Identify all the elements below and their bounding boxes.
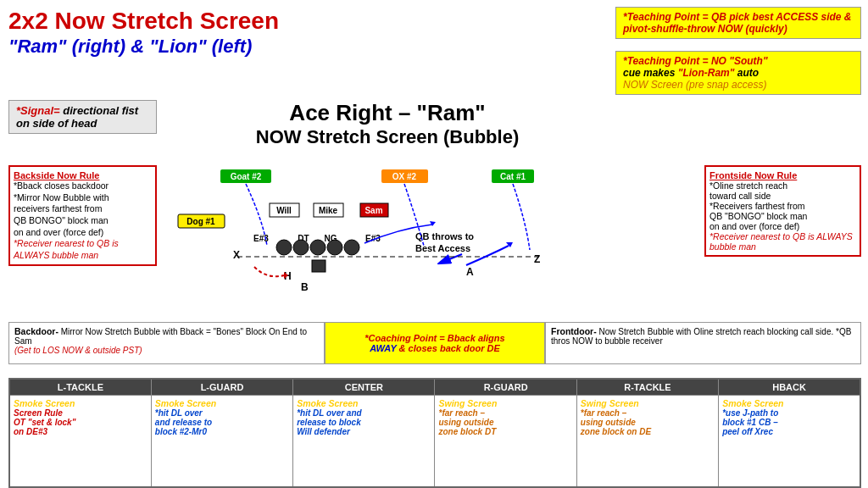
backdoor-red: (Get to LOS NOW & outside PST) bbox=[14, 346, 142, 355]
frontdoor-bold: Frontdoor- bbox=[551, 326, 597, 336]
header-left: 2x2 Now Stretch Screen "Ram" (right) & "… bbox=[8, 7, 279, 58]
svg-point-18 bbox=[276, 240, 292, 255]
teaching2-line1: *Teaching Point = NO "South" bbox=[623, 55, 854, 67]
svg-point-21 bbox=[327, 240, 342, 255]
svg-text:A: A bbox=[466, 266, 474, 278]
teaching1-text: *Teaching Point = QB pick best ACCESS si… bbox=[623, 11, 852, 35]
svg-marker-35 bbox=[430, 221, 436, 226]
signal-label: *Signal= bbox=[16, 104, 60, 117]
title-line2: "Ram" (right) & "Lion" (left) bbox=[8, 36, 279, 58]
l-tackle-body: Screen RuleOT "set & lock"on DE#3 bbox=[14, 408, 147, 436]
frontside-title: Frontside Now Rule bbox=[709, 170, 856, 180]
svg-text:OX #2: OX #2 bbox=[392, 172, 417, 181]
backside-title: Backside Now Rule bbox=[14, 170, 152, 180]
frontdoor-text: Now Stretch Bubble with Oline stretch re… bbox=[551, 327, 851, 346]
bottom-table: L-TACKLE L-GUARD CENTER R-GUARD R-TACKLE… bbox=[8, 378, 861, 488]
col-center: CENTER bbox=[293, 379, 435, 396]
coaching-line2: AWAY & closes back door DE bbox=[331, 343, 539, 353]
ace-right-title: Ace Right – "Ram" bbox=[170, 100, 605, 126]
cell-l-tackle: Smoke Screen Screen RuleOT "set & lock"o… bbox=[9, 396, 151, 488]
center-body: *hit DL over andrelease to blockWill def… bbox=[297, 408, 431, 436]
backdoor-text: Mirror Now Stretch Bubble with Bback = "… bbox=[14, 327, 307, 346]
r-guard-body: *far reach –using outsidezone block DT bbox=[438, 408, 572, 436]
field-area: Backside Now Rule *Bback closes backdoor… bbox=[8, 165, 861, 322]
hback-body: *use J-path toblock #1 CB –peel off Xrec bbox=[722, 408, 856, 436]
svg-text:Z: Z bbox=[534, 253, 540, 265]
cell-center: Smoke Screen *hit DL over andrelease to … bbox=[293, 396, 435, 488]
coaching-away: AWAY bbox=[370, 343, 396, 353]
cell-r-tackle: Swing Screen *far reach –using outsidezo… bbox=[576, 396, 718, 488]
cell-l-guard: Smoke Screen *hit DL overand release tob… bbox=[151, 396, 292, 488]
backdoor-box: Backdoor- Mirror Now Stretch Bubble with… bbox=[8, 322, 325, 364]
svg-text:Sam: Sam bbox=[364, 206, 382, 215]
teaching2-line2: cue makes "Lion-Ram" auto bbox=[623, 67, 854, 79]
svg-point-19 bbox=[293, 240, 309, 255]
svg-point-22 bbox=[344, 240, 359, 255]
table-header-row: L-TACKLE L-GUARD CENTER R-GUARD R-TACKLE… bbox=[9, 379, 860, 396]
svg-text:Cat #1: Cat #1 bbox=[500, 172, 526, 181]
svg-line-26 bbox=[441, 254, 462, 263]
svg-text:Mike: Mike bbox=[319, 206, 338, 215]
backside-rule-box: Backside Now Rule *Bback closes backdoor… bbox=[8, 165, 157, 266]
center-title-cell: Smoke Screen bbox=[297, 398, 431, 408]
coaching-point-box: *Coaching Point = Bback aligns AWAY & cl… bbox=[325, 322, 545, 364]
svg-text:B: B bbox=[301, 281, 309, 293]
cell-hback: Smoke Screen *use J-path toblock #1 CB –… bbox=[719, 396, 860, 488]
signal-box: *Signal= directional fist on side of hea… bbox=[8, 100, 157, 134]
hback-title: Smoke Screen bbox=[722, 398, 856, 408]
field-diagram-svg: Goat #2 OX #2 Cat #1 Dog #1 Will Mike Sa… bbox=[153, 165, 568, 322]
backside-red-text: *Receiver nearest to QB is ALWAYS bubble… bbox=[14, 238, 152, 261]
center-title: Ace Right – "Ram" NOW Stretch Screen (Bu… bbox=[170, 100, 605, 148]
teaching-box1: *Teaching Point = QB pick best ACCESS si… bbox=[615, 7, 861, 39]
table-row: Smoke Screen Screen RuleOT "set & lock"o… bbox=[9, 396, 860, 488]
door-row: Backdoor- Mirror Now Stretch Bubble with… bbox=[8, 322, 861, 364]
l-tackle-title: Smoke Screen bbox=[14, 398, 147, 408]
main-container: 2x2 Now Stretch Screen "Ram" (right) & "… bbox=[0, 0, 868, 488]
r-tackle-title: Swing Screen bbox=[581, 398, 715, 408]
r-guard-title: Swing Screen bbox=[438, 398, 572, 408]
backside-text: *Bback closes backdoor *Mirror Now Bubbl… bbox=[14, 180, 152, 261]
now-stretch-title: NOW Stretch Screen (Bubble) bbox=[170, 126, 605, 148]
svg-text:X: X bbox=[233, 249, 240, 261]
lion-ram-text: "Lion-Ram" bbox=[678, 67, 735, 79]
svg-point-20 bbox=[310, 240, 326, 255]
title-line1: 2x2 Now Stretch Screen bbox=[8, 7, 279, 36]
col-hback: HBACK bbox=[719, 379, 860, 396]
frontside-red-text: *Receiver nearest to QB is ALWAYS bubble… bbox=[709, 231, 856, 252]
teaching-box2: *Teaching Point = NO "South" cue makes "… bbox=[615, 51, 861, 95]
backdoor-bold: Backdoor- bbox=[14, 326, 58, 336]
col-r-guard: R-GUARD bbox=[435, 379, 576, 396]
coaching-rest: & closes back door DE bbox=[399, 343, 500, 353]
r-tackle-body: *far reach –using outsidezone block on D… bbox=[581, 408, 715, 436]
teaching2-line3: NOW Screen (pre snap access) bbox=[623, 79, 854, 91]
col-l-tackle: L-TACKLE bbox=[9, 379, 151, 396]
svg-text:Will: Will bbox=[276, 206, 292, 215]
frontside-rule-box: Frontside Now Rule *Oline stretch reach … bbox=[704, 165, 861, 257]
cell-r-guard: Swing Screen *far reach –using outsidezo… bbox=[435, 396, 576, 488]
svg-text:Dog #1: Dog #1 bbox=[186, 217, 215, 226]
svg-text:Goat #2: Goat #2 bbox=[231, 172, 262, 181]
l-guard-title: Smoke Screen bbox=[155, 398, 289, 408]
svg-text:QB throws to: QB throws to bbox=[415, 231, 474, 241]
coaching-line1: *Coaching Point = Bback aligns bbox=[331, 333, 539, 343]
col-l-guard: L-GUARD bbox=[151, 379, 292, 396]
frontdoor-box: Frontdoor- Now Stretch Bubble with Oline… bbox=[545, 322, 861, 364]
svg-rect-23 bbox=[312, 260, 326, 272]
col-r-tackle: R-TACKLE bbox=[576, 379, 718, 396]
l-guard-body: *hit DL overand release toblock #2-Mr0 bbox=[155, 408, 289, 436]
